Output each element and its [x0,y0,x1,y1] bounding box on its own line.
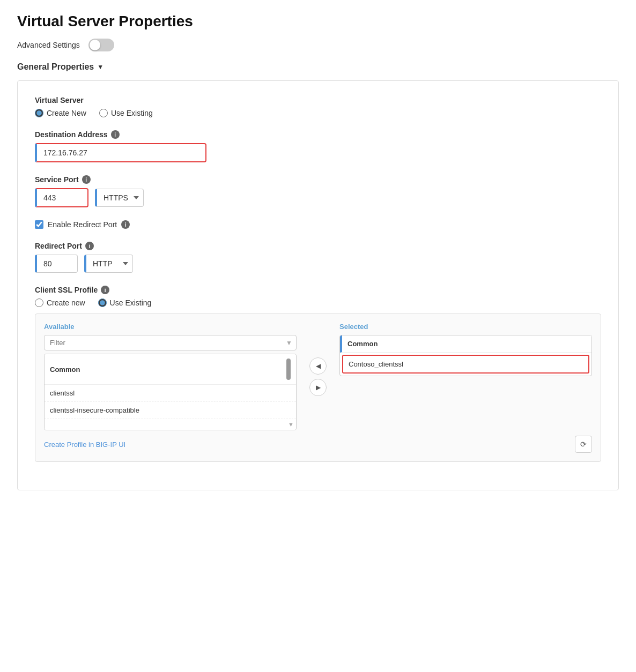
ssl-selected-group-header: Common [340,335,591,353]
service-port-row: HTTPS HTTP FTP SMTP [35,188,601,207]
general-properties-chevron: ▼ [97,63,103,71]
ssl-panel: Available ▼ Common clientssl [35,313,601,462]
service-port-label: Service Port i [35,175,601,184]
destination-address-info-icon[interactable]: i [111,130,120,139]
advanced-settings-row: Advanced Settings [17,39,619,51]
client-ssl-create-new-option[interactable]: Create new [35,298,85,307]
client-ssl-use-existing-option[interactable]: Use Existing [98,298,152,307]
enable-redirect-port-checkbox[interactable] [35,220,43,229]
redirect-port-row: HTTP HTTPS FTP [35,255,601,273]
create-profile-link[interactable]: Create Profile in BIG-IP UI [44,440,125,449]
redirect-port-info-icon[interactable]: i [85,242,94,250]
service-port-protocol-select[interactable]: HTTPS HTTP FTP SMTP [95,189,144,207]
redirect-port-field-group: Redirect Port i HTTP HTTPS FTP [35,242,601,273]
ssl-available-group-name: Common [50,365,80,374]
advanced-settings-label: Advanced Settings [17,41,80,49]
advanced-settings-toggle[interactable] [88,39,114,51]
ssl-selected-label: Selected [339,323,592,331]
enable-redirect-port-label: Enable Redirect Port [48,220,117,229]
destination-address-input-wrap [35,143,601,162]
ssl-available-scrollbar-indicator [286,359,291,380]
ssl-selected-column: Selected Common Contoso_clientssl [339,323,592,376]
virtual-server-use-existing-label: Use Existing [111,109,153,117]
service-port-field-group: Service Port i HTTPS HTTP FTP SMTP [35,175,601,207]
filter-icon: ▼ [286,339,292,347]
redirect-port-protocol-select[interactable]: HTTP HTTPS FTP [84,255,133,273]
virtual-server-label: Virtual Server [35,96,601,104]
ssl-available-item-clientssl[interactable]: clientssl [45,385,296,402]
virtual-server-use-existing-radio[interactable] [99,109,108,117]
redirect-port-label: Redirect Port i [35,242,601,250]
virtual-server-radio-group: Create New Use Existing [35,109,601,117]
destination-address-label: Destination Address i [35,130,601,139]
general-properties-card: Virtual Server Create New Use Existing D… [17,80,619,490]
ssl-selected-list-box: Common Contoso_clientssl [339,335,592,376]
virtual-server-create-new-option[interactable]: Create New [35,109,86,117]
ssl-available-list-box: Common clientssl clientssl-insecure-comp… [44,354,297,430]
ssl-selected-item-contoso[interactable]: Contoso_clientssl [342,355,589,374]
page-title: Virtual Server Properties [17,13,619,30]
enable-redirect-port-row: Enable Redirect Port i [35,220,601,229]
ssl-columns: Available ▼ Common clientssl [44,323,592,430]
enable-redirect-port-field-group: Enable Redirect Port i [35,220,601,229]
virtual-server-create-new-label: Create New [47,109,86,117]
client-ssl-profile-info-icon[interactable]: i [101,286,109,294]
destination-address-field-group: Destination Address i [35,130,601,162]
general-properties-header[interactable]: General Properties ▼ [17,62,619,72]
ssl-available-label: Available [44,323,297,331]
ssl-available-group-header: Common [45,354,296,385]
arrow-left-icon: ◀ [316,362,321,370]
ssl-move-left-button[interactable]: ◀ [309,357,327,375]
ssl-move-right-button[interactable]: ▶ [309,379,327,396]
client-ssl-create-new-radio[interactable] [35,298,43,307]
client-ssl-profile-label: Client SSL Profile i [35,286,601,294]
ssl-footer: Create Profile in BIG-IP UI ⟳ [44,436,592,453]
client-ssl-use-existing-label: Use Existing [110,298,152,307]
client-ssl-profile-field-group: Client SSL Profile i Create new Use Exis… [35,286,601,462]
scroll-down-indicator: ▼ [288,421,294,428]
redirect-port-input[interactable] [35,255,78,273]
enable-redirect-port-info-icon[interactable]: i [121,220,130,229]
refresh-button[interactable]: ⟳ [575,436,592,453]
client-ssl-create-new-label: Create new [47,298,85,307]
destination-address-input[interactable] [35,143,206,162]
client-ssl-use-existing-radio[interactable] [98,298,107,307]
client-ssl-radio-group: Create new Use Existing [35,298,601,307]
virtual-server-field-group: Virtual Server Create New Use Existing [35,96,601,117]
ssl-filter-input[interactable] [44,335,297,350]
ssl-available-column: Available ▼ Common clientssl [44,323,297,430]
service-port-info-icon[interactable]: i [82,175,91,184]
virtual-server-use-existing-option[interactable]: Use Existing [99,109,153,117]
virtual-server-create-new-radio[interactable] [35,109,43,117]
general-properties-label: General Properties [17,62,94,72]
arrow-right-icon: ▶ [316,384,321,391]
ssl-arrow-buttons: ◀ ▶ [305,357,331,396]
service-port-input[interactable] [35,188,88,207]
ssl-available-item-clientssl-insecure[interactable]: clientssl-insecure-compatible [45,402,296,419]
filter-input-wrap: ▼ [44,335,297,350]
refresh-icon: ⟳ [580,440,587,449]
